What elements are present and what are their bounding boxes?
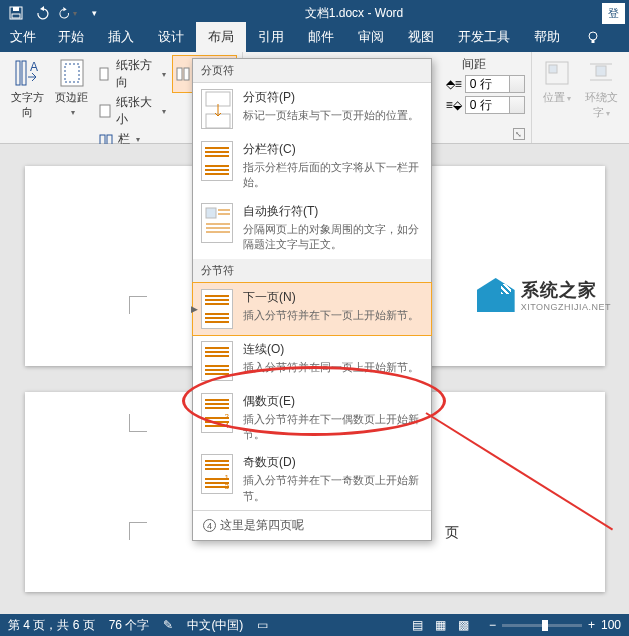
tab-file[interactable]: 文件 xyxy=(0,22,46,52)
arrange-group: 位置 环绕文字 xyxy=(532,52,629,143)
breaks-dropdown: 分页符 分页符(P)标记一页结束与下一页开始的位置。 分栏符(C)指示分栏符后面… xyxy=(192,58,432,541)
zoom-slider[interactable] xyxy=(502,624,582,627)
tell-me-icon[interactable] xyxy=(580,27,606,52)
watermark: 系统之家 XITONGZHIJIA.NET xyxy=(477,278,611,312)
svg-rect-11 xyxy=(100,105,110,117)
status-insert-icon[interactable]: ▭ xyxy=(257,618,268,632)
tab-mailings[interactable]: 邮件 xyxy=(296,22,346,52)
text-direction-label: 文字方向 xyxy=(8,90,47,120)
status-language[interactable]: 中文(中国) xyxy=(187,617,243,634)
text-wrapping-break-desc: 分隔网页上的对象周围的文字，如分隔题注文字与正文。 xyxy=(243,222,423,253)
print-layout-button[interactable]: ▦ xyxy=(430,616,452,634)
column-break-item[interactable]: 分栏符(C)指示分栏符后面的文字将从下一栏开始。 xyxy=(193,135,431,197)
spacing-after-icon: ≡⬙ xyxy=(446,98,462,112)
zoom-percent[interactable]: 100 xyxy=(601,618,621,632)
next-page-section-break-item[interactable]: ▶ 下一页(N)插入分节符并在下一页上开始新节。 xyxy=(193,283,431,335)
margin-corner-icon xyxy=(129,296,147,314)
undo-button[interactable] xyxy=(30,2,54,24)
tab-references[interactable]: 引用 xyxy=(246,22,296,52)
svg-rect-5 xyxy=(16,61,20,85)
odd-page-title: 奇数页(D) xyxy=(243,454,423,471)
svg-rect-2 xyxy=(12,14,20,18)
next-page-title: 下一页(N) xyxy=(243,289,423,306)
page-break-desc: 标记一页结束与下一页开始的位置。 xyxy=(243,108,423,123)
footer-number-icon: 4 xyxy=(203,519,216,532)
position-button[interactable]: 位置 xyxy=(538,56,576,107)
view-buttons: ▤ ▦ ▩ xyxy=(407,616,475,634)
odd-page-section-break-item[interactable]: 13 奇数页(D)插入分节符并在下一奇数页上开始新节。 xyxy=(193,448,431,510)
status-proof-icon[interactable]: ✎ xyxy=(163,618,173,632)
page-break-item[interactable]: 分页符(P)标记一页结束与下一页开始的位置。 xyxy=(193,83,431,135)
ribbon-tabs: 文件 开始 插入 设计 布局 引用 邮件 审阅 视图 开发工具 帮助 xyxy=(0,26,629,52)
even-page-section-break-item[interactable]: 24 偶数页(E)插入分节符并在下一偶数页上开始新节。 xyxy=(193,387,431,449)
qat-customize-button[interactable]: ▾ xyxy=(82,2,106,24)
text-wrapping-break-item[interactable]: 自动换行符(T)分隔网页上的对象周围的文字，如分隔题注文字与正文。 xyxy=(193,197,431,259)
svg-rect-21 xyxy=(206,92,230,106)
tab-home[interactable]: 开始 xyxy=(46,22,96,52)
page-break-title: 分页符(P) xyxy=(243,89,423,106)
next-page-desc: 插入分节符并在下一页上开始新节。 xyxy=(243,308,423,323)
svg-rect-4 xyxy=(592,40,595,43)
watermark-sub: XITONGZHIJIA.NET xyxy=(521,302,611,312)
login-button[interactable]: 登 xyxy=(602,3,625,24)
watermark-logo-icon xyxy=(477,278,515,312)
tab-review[interactable]: 审阅 xyxy=(346,22,396,52)
quick-access-toolbar: ▾ xyxy=(4,2,106,24)
watermark-main: 系统之家 xyxy=(521,278,611,302)
size-button[interactable]: 纸张大小 xyxy=(95,93,169,129)
selection-arrow-icon: ▶ xyxy=(191,304,198,314)
svg-rect-12 xyxy=(100,135,105,145)
margin-corner-icon xyxy=(129,414,147,432)
web-layout-button[interactable]: ▩ xyxy=(453,616,475,634)
tab-design[interactable]: 设计 xyxy=(146,22,196,52)
svg-point-3 xyxy=(589,32,597,40)
wrap-text-button[interactable]: 环绕文字 xyxy=(580,56,623,122)
svg-rect-17 xyxy=(549,65,557,73)
redo-button[interactable] xyxy=(56,2,80,24)
svg-rect-6 xyxy=(22,61,26,85)
orientation-label: 纸张方向 xyxy=(116,57,156,91)
even-page-title: 偶数页(E) xyxy=(243,393,423,410)
paragraph-dialog-launcher[interactable]: ⤡ xyxy=(513,128,525,140)
column-break-title: 分栏符(C) xyxy=(243,141,423,158)
svg-text:A: A xyxy=(30,60,38,74)
size-label: 纸张大小 xyxy=(116,94,156,128)
continuous-title: 连续(O) xyxy=(243,341,423,358)
save-button[interactable] xyxy=(4,2,28,24)
document-title: 文档1.docx - Word xyxy=(106,5,602,22)
page-breaks-section-header: 分页符 xyxy=(193,59,431,83)
spacing-before-field[interactable]: 0 行 xyxy=(465,75,525,93)
margins-button[interactable]: 页边距 xyxy=(53,56,91,119)
read-mode-button[interactable]: ▤ xyxy=(407,616,429,634)
tab-help[interactable]: 帮助 xyxy=(522,22,572,52)
wrap-text-label: 环绕文字 xyxy=(582,90,621,120)
even-page-desc: 插入分节符并在下一偶数页上开始新节。 xyxy=(243,412,423,443)
tab-layout[interactable]: 布局 xyxy=(196,22,246,52)
svg-rect-18 xyxy=(596,66,606,76)
svg-rect-13 xyxy=(107,135,112,145)
zoom-out-button[interactable]: − xyxy=(489,618,496,632)
status-page[interactable]: 第 4 页，共 6 页 xyxy=(8,617,95,634)
tab-insert[interactable]: 插入 xyxy=(96,22,146,52)
svg-rect-14 xyxy=(177,68,182,80)
section-breaks-section-header: 分节符 xyxy=(193,259,431,283)
svg-rect-23 xyxy=(206,208,216,218)
zoom-in-button[interactable]: + xyxy=(588,618,595,632)
continuous-section-break-item[interactable]: 连续(O)插入分节符并在同一页上开始新节。 xyxy=(193,335,431,387)
orientation-button[interactable]: 纸张方向 xyxy=(95,56,169,92)
margins-label: 页边距 xyxy=(55,90,89,117)
text-direction-button[interactable]: A 文字方向 xyxy=(6,56,49,122)
text-wrapping-break-title: 自动换行符(T) xyxy=(243,203,423,220)
footer-text: 这里是第四页呢 xyxy=(220,518,304,532)
tab-view[interactable]: 视图 xyxy=(396,22,446,52)
position-label: 位置 xyxy=(543,90,571,105)
dropdown-footer: 4这里是第四页呢 xyxy=(193,510,431,540)
tab-developer[interactable]: 开发工具 xyxy=(446,22,522,52)
odd-page-desc: 插入分节符并在下一奇数页上开始新节。 xyxy=(243,473,423,504)
status-bar: 第 4 页，共 6 页 76 个字 ✎ 中文(中国) ▭ ▤ ▦ ▩ − + 1… xyxy=(0,614,629,636)
spacing-after-field[interactable]: 0 行 xyxy=(465,96,525,114)
svg-rect-15 xyxy=(184,68,189,80)
zoom-control: − + 100 xyxy=(489,618,621,632)
margin-corner-icon xyxy=(129,522,147,540)
status-words[interactable]: 76 个字 xyxy=(109,617,150,634)
